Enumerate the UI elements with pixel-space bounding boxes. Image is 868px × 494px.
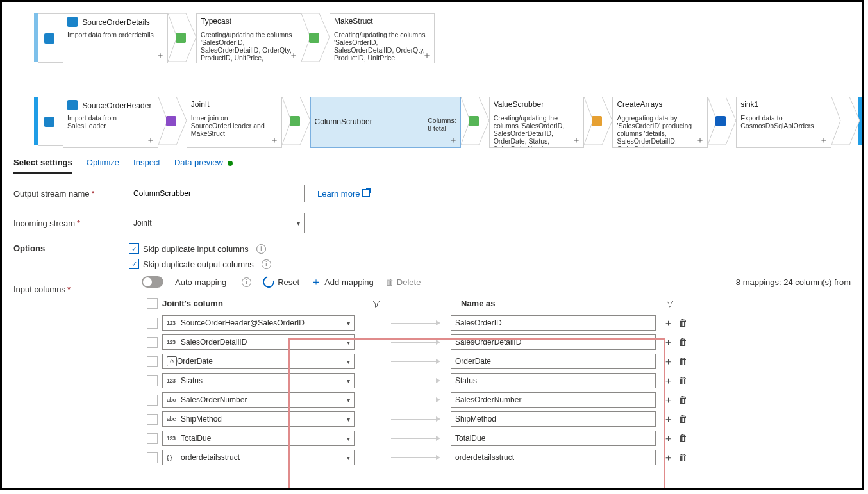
mapping-arrow-icon <box>380 320 451 325</box>
add-row-button[interactable]: ＋ <box>664 432 673 445</box>
tab-inspect[interactable]: Inspect <box>133 158 160 174</box>
add-mapping-button[interactable]: ＋ Add mapping <box>311 277 374 287</box>
flow-node-joinit[interactable]: JoinIt Inner join on SourceOrderHeader a… <box>187 97 282 148</box>
row-checkbox[interactable] <box>147 452 158 463</box>
skip-dup-output-checkbox[interactable]: ✓ Skip duplicate output columns i <box>129 259 271 269</box>
add-step-icon[interactable]: ＋ <box>289 50 298 62</box>
tab-select-settings[interactable]: Select settings <box>13 158 72 174</box>
source-column-select[interactable]: abc SalesOrderNumber ▾ <box>162 392 355 408</box>
info-icon[interactable]: i <box>262 259 271 269</box>
mapping-row: 123 TotalDue ▾ TotalDue ＋ 🗑 <box>142 429 851 448</box>
auto-mapping-toggle[interactable] <box>142 276 163 288</box>
info-icon[interactable]: i <box>256 244 266 254</box>
skip-dup-input-checkbox[interactable]: ✓ Skip duplicate input columns i <box>129 243 271 254</box>
mapping-row: ◔ OrderDate ▾ OrderDate ＋ 🗑 <box>142 352 851 371</box>
learn-more-link[interactable]: Learn more <box>317 189 370 199</box>
source-column-select[interactable]: 123 TotalDue ▾ <box>162 431 355 446</box>
source-column-select[interactable]: { } orderdetailsstruct ▾ <box>162 450 355 465</box>
delete-row-button[interactable]: 🗑 <box>678 413 688 425</box>
name-as-input[interactable]: SalesOrderNumber <box>451 392 656 408</box>
name-as-input[interactable]: SalesOrderID <box>451 315 656 331</box>
delete-row-button[interactable]: 🗑 <box>678 356 688 368</box>
select-all-checkbox[interactable] <box>147 298 158 309</box>
incoming-stream-select[interactable]: JoinIt▾ <box>129 213 305 233</box>
output-stream-input[interactable] <box>129 185 305 202</box>
mapping-row: 123 SourceOrderHeader@SalesOrderID ▾ Sal… <box>142 313 851 333</box>
flow-node-valuescrubber[interactable]: ValueScrubber Creating/updating the colu… <box>489 97 585 148</box>
row-checkbox[interactable] <box>147 356 158 367</box>
tab-data-preview[interactable]: Data preview <box>174 158 233 174</box>
mapping-arrow-icon <box>380 416 451 422</box>
source-column-value: SalesOrderDetailID <box>181 338 347 347</box>
chevron-down-icon: ▾ <box>347 416 350 423</box>
source-column-select[interactable]: 123 SourceOrderHeader@SalesOrderID ▾ <box>162 315 355 331</box>
row-checkbox[interactable] <box>147 337 158 348</box>
add-row-button[interactable]: ＋ <box>664 356 673 368</box>
tab-optimize[interactable]: Optimize <box>87 158 119 174</box>
row-checkbox[interactable] <box>147 414 158 425</box>
source-column-select[interactable]: abc ShipMethod ▾ <box>162 411 355 427</box>
add-step-icon[interactable]: ＋ <box>819 135 828 146</box>
filter-icon[interactable] <box>372 300 380 308</box>
flow-node-sourceorderdetails[interactable]: SourceOrderDetails Import data from orde… <box>63 13 168 63</box>
row-checkbox[interactable] <box>147 375 158 386</box>
flow-node-sourceorderheader[interactable]: SourceOrderHeader Import data from Sales… <box>63 97 158 148</box>
flow-node-typecast[interactable]: Typecast Creating/updating the columns '… <box>196 13 301 63</box>
flow-node-sink1[interactable]: sink1 Export data to CosmosDbSqlApiOrder… <box>736 97 831 148</box>
add-step-icon[interactable]: ＋ <box>696 135 705 146</box>
delete-row-button[interactable]: 🗑 <box>678 452 688 464</box>
chevron-down-icon: ▾ <box>347 358 350 365</box>
add-step-icon[interactable]: ＋ <box>572 135 581 146</box>
source-column-select[interactable]: 123 Status ▾ <box>162 373 355 388</box>
type-badge: 123 <box>167 377 178 384</box>
name-as-input[interactable]: orderdetailsstruct <box>451 450 656 465</box>
add-step-icon[interactable]: ＋ <box>270 135 279 146</box>
chevron-down-icon: ▾ <box>347 320 350 327</box>
source-column-value: ShipMethod <box>181 415 347 424</box>
add-step-icon[interactable]: ＋ <box>449 135 458 146</box>
flow-node-columnscrubber[interactable]: ColumnScrubber Columns:8 total ＋ <box>310 97 461 148</box>
name-as-input[interactable]: ShipMethod <box>451 411 656 427</box>
row-checkbox[interactable] <box>147 433 158 444</box>
add-row-button[interactable]: ＋ <box>664 452 673 464</box>
mapping-row: 123 Status ▾ Status ＋ 🗑 <box>142 371 851 390</box>
filter-icon[interactable] <box>666 300 674 308</box>
source-column-select[interactable]: 123 SalesOrderDetailID ▾ <box>162 334 355 350</box>
delete-row-button[interactable]: 🗑 <box>678 336 688 349</box>
mappings-grid: JoinIt's column Name as 123 SourceOrderH… <box>142 294 851 467</box>
input-columns-label: Input columns* <box>13 284 129 294</box>
delete-row-button[interactable]: 🗑 <box>678 317 688 329</box>
node-handle[interactable] <box>38 13 63 63</box>
header-source-column: JoinIt's column <box>162 299 223 308</box>
add-row-button[interactable]: ＋ <box>664 413 673 425</box>
delete-row-button[interactable]: 🗑 <box>678 375 688 387</box>
add-row-button[interactable]: ＋ <box>664 375 673 387</box>
delete-row-button[interactable]: 🗑 <box>678 394 688 406</box>
flow-node-createarrays[interactable]: CreateArrays Aggregating data by 'SalesO… <box>612 97 708 148</box>
add-step-icon[interactable]: ＋ <box>422 50 431 62</box>
add-step-icon[interactable]: ＋ <box>146 135 155 146</box>
name-as-input[interactable]: OrderDate <box>451 354 656 369</box>
source-column-value: orderdetailsstruct <box>181 453 347 462</box>
info-icon[interactable]: i <box>242 277 251 287</box>
add-row-button[interactable]: ＋ <box>664 317 673 329</box>
row-checkbox[interactable] <box>147 318 158 329</box>
name-as-input[interactable]: TotalDue <box>451 431 656 446</box>
delete-button[interactable]: 🗑 Delete <box>385 277 421 287</box>
add-row-button[interactable]: ＋ <box>664 336 673 349</box>
add-step-icon[interactable]: ＋ <box>156 50 165 62</box>
reset-button[interactable]: Reset <box>263 276 299 288</box>
name-as-input[interactable]: Status <box>451 373 656 388</box>
node-handle[interactable] <box>38 97 63 146</box>
checkbox-checked-icon: ✓ <box>129 243 139 254</box>
flow-node-makestruct[interactable]: MakeStruct Creating/updating the columns… <box>330 13 435 63</box>
app-frame: SourceOrderDetails Import data from orde… <box>0 0 864 490</box>
source-column-select[interactable]: ◔ OrderDate ▾ <box>162 354 355 369</box>
add-row-button[interactable]: ＋ <box>664 394 673 406</box>
delete-row-button[interactable]: 🗑 <box>678 432 688 445</box>
row-checkbox[interactable] <box>147 395 158 406</box>
flow-canvas[interactable]: SourceOrderDetails Import data from orde… <box>2 2 862 151</box>
mapping-arrow-icon <box>380 436 451 441</box>
mapping-arrow-icon <box>380 378 451 383</box>
name-as-input[interactable]: SalesOrderDetailID <box>451 334 656 350</box>
